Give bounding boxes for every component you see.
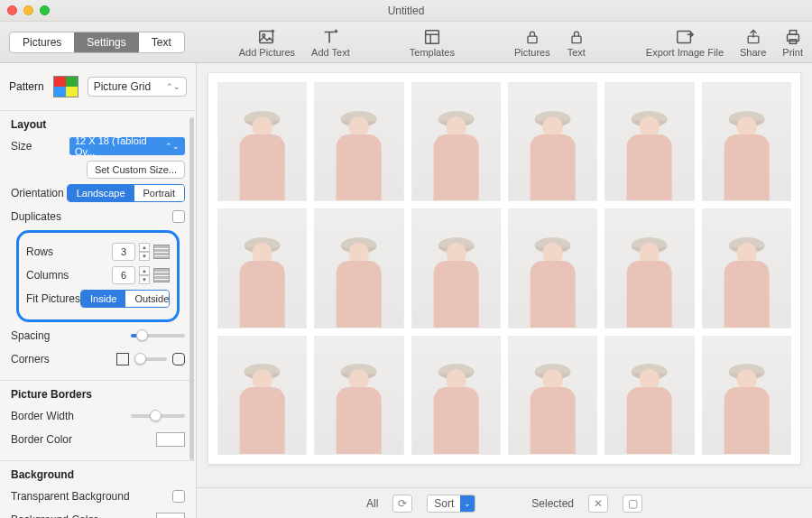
border-width-label: Border Width <box>11 410 74 422</box>
export-label: Export Image File <box>646 47 724 58</box>
add-pictures-button[interactable]: Add Pictures <box>239 27 295 58</box>
remove-selected-button[interactable]: ✕ <box>588 495 608 513</box>
sort-button[interactable]: Sort ⌄ <box>427 495 475 513</box>
thumbnail[interactable] <box>411 208 501 328</box>
fit-outside-button[interactable]: Outside <box>125 291 170 307</box>
templates-button[interactable]: Templates <box>410 27 455 58</box>
border-color-label: Border Color <box>11 433 72 446</box>
share-icon <box>743 27 763 47</box>
orientation-landscape-button[interactable]: Landscape <box>68 185 134 201</box>
tab-text[interactable]: Text <box>139 32 184 52</box>
thumbnail[interactable] <box>314 336 403 455</box>
thumbnail[interactable] <box>702 208 791 328</box>
svg-rect-4 <box>572 36 581 42</box>
columns-stepper[interactable]: ▲▼ <box>139 266 150 284</box>
fit-inside-button[interactable]: Inside <box>81 291 125 307</box>
svg-rect-5 <box>678 31 691 42</box>
print-button[interactable]: Print <box>782 27 803 58</box>
print-icon <box>783 27 803 47</box>
thumbnail[interactable] <box>217 336 307 455</box>
settings-sidebar: Pattern Picture Grid ⌃⌄ Layout Size 12 X… <box>0 63 197 518</box>
columns-grid-icon <box>153 268 170 282</box>
export-button[interactable]: Export Image File <box>646 27 724 58</box>
orientation-segmented: Landscape Portrait <box>67 184 185 202</box>
orientation-portrait-button[interactable]: Portrait <box>134 185 184 201</box>
add-text-button[interactable]: Add Text <box>311 27 350 58</box>
scrollbar[interactable] <box>189 117 194 460</box>
sort-label: Sort <box>428 497 460 510</box>
thumbnail[interactable] <box>314 82 403 201</box>
layout-heading: Layout <box>11 118 185 131</box>
duplicates-checkbox[interactable] <box>172 210 185 223</box>
borders-panel: Picture Borders Border Width Border Colo… <box>0 380 196 460</box>
title-bar: Untitled <box>0 0 812 22</box>
lock-text-icon <box>567 27 586 47</box>
thumbnail[interactable] <box>411 336 501 455</box>
text-plus-icon <box>320 27 340 47</box>
spacing-slider[interactable] <box>131 334 185 338</box>
grid-settings-highlight: Rows 3 ▲▼ Columns 6 ▲▼ Fit <box>16 230 180 322</box>
rows-label: Rows <box>26 245 53 258</box>
image-grid <box>217 82 791 455</box>
lock-pictures-icon <box>522 27 542 47</box>
corners-round-icon[interactable] <box>172 353 185 365</box>
size-select[interactable]: 12 X 18 (Tabloid Ov... ⌃⌄ <box>69 137 185 155</box>
rows-input[interactable]: 3 <box>112 243 135 261</box>
svg-rect-2 <box>426 30 439 43</box>
thumbnail[interactable] <box>217 82 307 201</box>
columns-input[interactable]: 6 <box>112 266 135 284</box>
toolbar: Pictures Settings Text Add Pictures Add … <box>0 22 812 63</box>
footer-selected-label: Selected <box>531 497 574 510</box>
background-heading: Background <box>11 468 185 481</box>
thumbnail[interactable] <box>702 82 791 201</box>
thumbnail[interactable] <box>314 208 403 328</box>
pattern-label: Pattern <box>9 80 44 93</box>
thumbnail[interactable] <box>411 82 501 201</box>
thumbnail[interactable] <box>604 336 694 455</box>
border-width-slider[interactable] <box>131 414 185 418</box>
refresh-button[interactable]: ⟳ <box>392 495 412 513</box>
thumbnail[interactable] <box>604 82 694 201</box>
thumbnail[interactable] <box>508 82 597 201</box>
close-icon: ✕ <box>594 497 603 510</box>
rows-stepper[interactable]: ▲▼ <box>139 243 150 261</box>
canvas-footer: All ⟳ Sort ⌄ Selected ✕ ▢ <box>197 487 812 518</box>
lock-text-label: Text <box>567 47 586 58</box>
refresh-icon: ⟳ <box>398 497 407 510</box>
pattern-select[interactable]: Picture Grid ⌃⌄ <box>88 77 187 97</box>
lock-pictures-button[interactable]: Pictures <box>514 27 550 58</box>
fit-pictures-label: Fit Pictures <box>26 292 80 305</box>
tab-settings[interactable]: Settings <box>74 32 138 52</box>
share-button[interactable]: Share <box>740 27 766 58</box>
svg-rect-8 <box>789 30 796 34</box>
canvas-area: All ⟳ Sort ⌄ Selected ✕ ▢ <box>197 63 812 518</box>
thumbnail[interactable] <box>508 336 597 455</box>
view-tabs: Pictures Settings Text <box>9 32 185 53</box>
thumbnail[interactable] <box>702 336 791 455</box>
borders-heading: Picture Borders <box>11 388 185 401</box>
add-pictures-label: Add Pictures <box>239 47 295 58</box>
bg-color-well[interactable] <box>156 513 185 518</box>
chevron-updown-icon: ⌃⌄ <box>165 142 180 151</box>
add-text-label: Add Text <box>311 47 350 58</box>
background-panel: Background Transparent Background Backgr… <box>0 460 196 518</box>
corners-slider[interactable] <box>134 357 167 361</box>
border-color-well[interactable] <box>156 432 185 447</box>
columns-label: Columns <box>26 269 69 282</box>
thumbnail[interactable] <box>508 208 597 328</box>
lock-text-button[interactable]: Text <box>567 27 586 58</box>
picture-sheet <box>208 72 801 465</box>
set-custom-size-button[interactable]: Set Custom Size... <box>87 161 185 179</box>
transparent-bg-label: Transparent Background <box>11 490 130 503</box>
tab-pictures[interactable]: Pictures <box>10 32 74 52</box>
window-title: Untitled <box>0 5 812 17</box>
thumbnail[interactable] <box>217 208 307 328</box>
reveal-selected-button[interactable]: ▢ <box>623 495 642 513</box>
templates-icon <box>422 27 442 47</box>
thumbnail[interactable] <box>604 208 694 328</box>
transparent-bg-checkbox[interactable] <box>172 490 185 503</box>
templates-label: Templates <box>410 47 455 58</box>
corners-square-icon[interactable] <box>116 353 129 365</box>
export-icon <box>675 27 695 47</box>
rows-grid-icon <box>153 245 170 259</box>
